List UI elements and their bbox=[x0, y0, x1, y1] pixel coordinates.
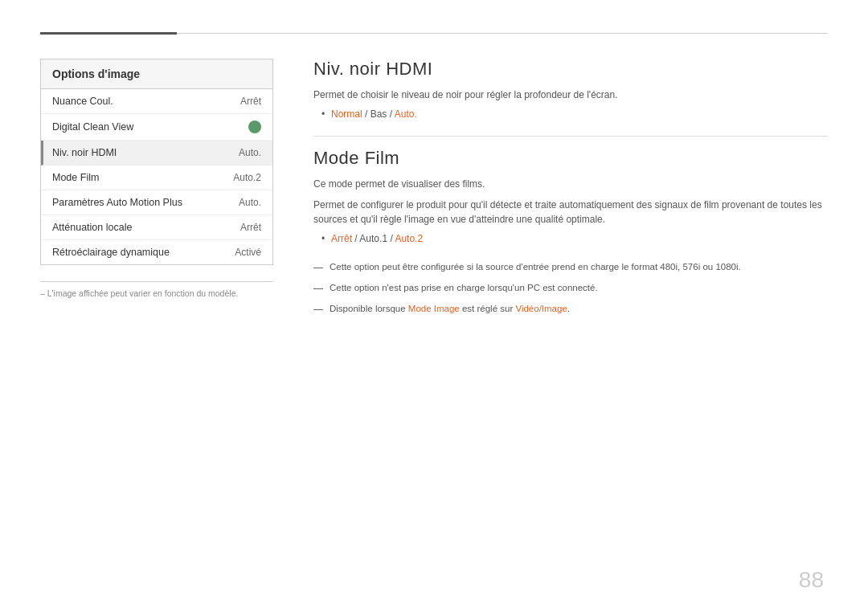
section1-bullet-item: Normal / Bas / Auto. bbox=[321, 108, 828, 120]
menu-item-value: Arrêt bbox=[240, 96, 261, 107]
footnote-text: – L'image affichée peut varier en foncti… bbox=[40, 288, 273, 298]
bullet-normal: Normal bbox=[331, 108, 362, 120]
menu-item-nuance[interactable]: Nuance Coul. Arrêt bbox=[41, 89, 272, 114]
left-panel: Options d'image Nuance Coul. Arrêt Digit… bbox=[40, 59, 273, 589]
bullet-bas: Bas bbox=[371, 108, 387, 120]
note3: — Disponible lorsque Mode Image est régl… bbox=[313, 302, 828, 317]
menu-item-label: Niv. noir HDMI bbox=[52, 147, 117, 158]
options-menu: Options d'image Nuance Coul. Arrêt Digit… bbox=[40, 59, 273, 265]
section2-desc2: Permet de configurer le produit pour qu'… bbox=[313, 198, 828, 227]
note1: — Cette option peut être configurée si l… bbox=[313, 260, 828, 275]
note3-post: . bbox=[567, 304, 570, 313]
page-number: 88 bbox=[799, 567, 824, 593]
menu-item-label: Nuance Coul. bbox=[52, 96, 113, 107]
note-dash-1: — bbox=[313, 260, 323, 275]
menu-item-label: Paramètres Auto Motion Plus bbox=[52, 197, 182, 208]
bullet-auto: Auto. bbox=[395, 108, 417, 120]
menu-item-params-auto-motion[interactable]: Paramètres Auto Motion Plus Auto. bbox=[41, 190, 272, 215]
line-dark bbox=[40, 32, 177, 35]
section2-bullets: Arrêt / Auto.1 / Auto.2 bbox=[313, 233, 828, 244]
note2: — Cette option n'est pas prise en charge… bbox=[313, 281, 828, 296]
section-divider bbox=[313, 136, 828, 137]
section2-desc1: Ce mode permet de visualiser des films. bbox=[313, 177, 828, 191]
section2-title: Mode Film bbox=[313, 148, 828, 169]
bullet-sep1: / bbox=[362, 108, 371, 120]
bullet-auto1: Auto.1 bbox=[359, 233, 387, 244]
section1-bullets: Normal / Bas / Auto. bbox=[313, 108, 828, 120]
bullet-sep2: / bbox=[387, 108, 394, 120]
toggle-indicator bbox=[248, 121, 261, 133]
menu-item-value: Arrêt bbox=[240, 222, 261, 233]
menu-item-label: Atténuation locale bbox=[52, 222, 132, 233]
section1-title: Niv. noir HDMI bbox=[313, 59, 828, 80]
menu-item-value: Auto.2 bbox=[233, 172, 261, 183]
menu-item-label: Mode Film bbox=[52, 172, 99, 183]
menu-item-value: Activé bbox=[235, 247, 261, 258]
right-panel: Niv. noir HDMI Permet de choisir le nive… bbox=[305, 59, 828, 589]
menu-item-mode-film[interactable]: Mode Film Auto.2 bbox=[41, 166, 272, 190]
menu-item-niv-noir[interactable]: Niv. noir HDMI Auto. bbox=[41, 141, 272, 166]
bullet-auto2: Auto.2 bbox=[395, 233, 423, 244]
menu-item-value: Auto. bbox=[239, 147, 261, 158]
top-decorative-lines bbox=[40, 32, 828, 35]
note3-link-mode-image[interactable]: Mode Image bbox=[408, 304, 460, 313]
note-dash-3: — bbox=[313, 302, 323, 317]
bullet-sep1: / bbox=[352, 233, 359, 244]
footnote-section: – L'image affichée peut varier en foncti… bbox=[40, 281, 273, 298]
bullet-arret: Arrêt bbox=[331, 233, 352, 244]
main-content: Options d'image Nuance Coul. Arrêt Digit… bbox=[40, 59, 828, 589]
section1-desc: Permet de choisir le niveau de noir pour… bbox=[313, 88, 828, 102]
menu-item-label: Rétroéclairage dynamique bbox=[52, 247, 170, 258]
note3-link-video-image[interactable]: Vidéo/Image bbox=[515, 304, 567, 313]
menu-item-attenuation[interactable]: Atténuation locale Arrêt bbox=[41, 215, 272, 240]
note3-mid: est réglé sur bbox=[460, 304, 516, 313]
note-dash-2: — bbox=[313, 281, 323, 296]
menu-item-retroeclairage[interactable]: Rétroéclairage dynamique Activé bbox=[41, 240, 272, 264]
menu-item-label: Digital Clean View bbox=[52, 121, 133, 133]
menu-item-digital-clean[interactable]: Digital Clean View bbox=[41, 114, 272, 141]
bullet-sep2: / bbox=[387, 233, 395, 244]
menu-title: Options d'image bbox=[41, 59, 272, 89]
note3-pre: Disponible lorsque bbox=[330, 304, 408, 313]
section2-bullet-item: Arrêt / Auto.1 / Auto.2 bbox=[321, 233, 828, 244]
note2-text: Cette option n'est pas prise en charge l… bbox=[330, 281, 598, 295]
line-light bbox=[177, 33, 828, 34]
note3-content: Disponible lorsque Mode Image est réglé … bbox=[330, 302, 570, 316]
note1-text: Cette option peut être configurée si la … bbox=[330, 260, 741, 274]
menu-item-value: Auto. bbox=[239, 197, 261, 208]
